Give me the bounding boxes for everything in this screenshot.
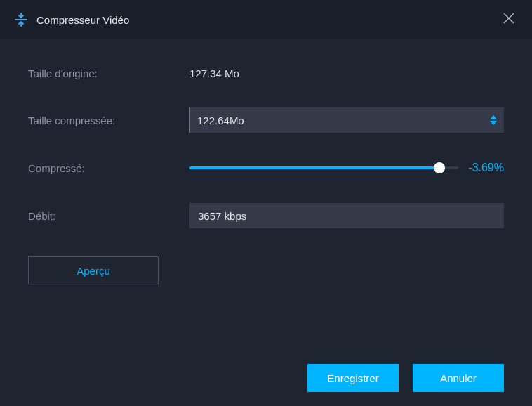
original-size-row: Taille d'origine: 127.34 Mo <box>28 67 504 79</box>
save-button[interactable]: Enregistrer <box>307 364 399 392</box>
footer: Enregistrer Annuler <box>307 364 504 392</box>
compressed-percent-row: Compressé: -3.69% <box>28 161 504 175</box>
spinner-down-icon[interactable] <box>490 121 497 125</box>
titlebar-left: Compresseur Vidéo <box>14 13 129 27</box>
spinner-up-icon[interactable] <box>490 115 497 119</box>
compressed-size-input[interactable]: 122.64Mo <box>189 107 504 133</box>
compression-slider[interactable] <box>189 161 458 175</box>
cancel-button-label: Annuler <box>440 372 477 384</box>
close-button[interactable] <box>500 9 518 30</box>
slider-thumb[interactable] <box>434 162 445 173</box>
compress-icon <box>14 13 28 27</box>
compression-percent-value: -3.69% <box>468 162 504 174</box>
close-icon <box>503 12 515 25</box>
preview-button-label: Aperçu <box>77 265 110 277</box>
cancel-button[interactable]: Annuler <box>413 364 504 392</box>
bitrate-value: 3657 kbps <box>198 210 246 222</box>
original-size-label: Taille d'origine: <box>28 67 189 79</box>
slider-fill <box>189 166 439 169</box>
original-size-value: 127.34 Mo <box>189 67 239 79</box>
save-button-label: Enregistrer <box>327 372 378 384</box>
compressed-size-label: Taille compressée: <box>28 114 189 126</box>
compressed-size-value: 122.64Mo <box>197 114 244 126</box>
titlebar: Compresseur Vidéo <box>0 0 532 39</box>
bitrate-input[interactable]: 3657 kbps <box>189 203 504 228</box>
content-area: Taille d'origine: 127.34 Mo Taille compr… <box>0 39 532 299</box>
app-title: Compresseur Vidéo <box>36 14 129 26</box>
bitrate-row: Débit: 3657 kbps <box>28 203 504 228</box>
bitrate-label: Débit: <box>28 210 189 222</box>
compressed-size-row: Taille compressée: 122.64Mo <box>28 107 504 133</box>
preview-button[interactable]: Aperçu <box>28 256 159 284</box>
compressed-percent-label: Compressé: <box>28 162 189 174</box>
slider-container: -3.69% <box>189 161 504 175</box>
spinner-arrows <box>490 115 497 125</box>
